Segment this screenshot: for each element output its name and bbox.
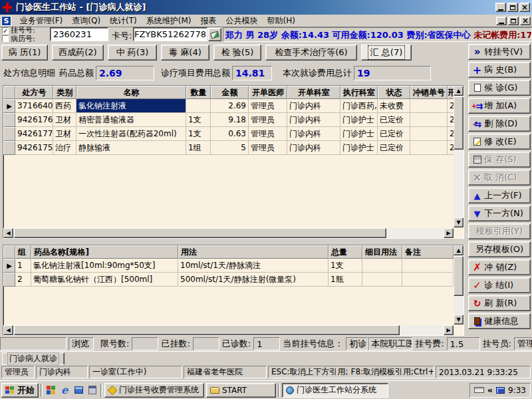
transfer-registration-button[interactable]: »转挂号(V)	[468, 44, 531, 60]
scroll-right-icon[interactable]: ▶	[444, 228, 454, 238]
scroll-left-icon[interactable]: ◀	[3, 325, 13, 335]
tab-lab-test[interactable]: 检 验(5)	[213, 45, 261, 61]
col-status[interactable]: 状态	[378, 86, 410, 99]
status-datetime: 2013.03.21 9:33:25	[436, 366, 531, 378]
recordno-checkbox-row[interactable]: 病历号:	[2, 35, 35, 43]
card-input[interactable]: FZYBK51262778	[133, 27, 207, 41]
table-row[interactable]: 9426175 治疗 静脉输液 1组 5 管理员 门诊内科 门诊护士 已定价 2…	[3, 141, 464, 155]
scrollbar-thumb[interactable]	[454, 256, 464, 296]
col-amount[interactable]: 金额	[211, 86, 249, 99]
restore-button[interactable]	[507, 3, 518, 12]
vertical-scrollbar[interactable]: ▲ ▼	[454, 86, 464, 227]
col-item-usage[interactable]: 细目用法	[362, 245, 402, 259]
start-button[interactable]: 开始	[1, 383, 39, 398]
template-reference-button[interactable]: 模板引用(Y)	[468, 223, 531, 239]
tab-medical-record[interactable]: 病 历(1)	[1, 45, 48, 61]
menu-report[interactable]: 报表	[196, 14, 221, 28]
table-row[interactable]: 9426176 卫材 精密普通输液器 1支 9.18 管理员 门诊内科 门诊护士…	[3, 113, 464, 127]
child-close-button[interactable]: ×	[520, 17, 531, 25]
tab-chinese-medicine[interactable]: 中 药(3)	[108, 45, 157, 61]
col-drug-spec[interactable]: 药品名称[规格]	[31, 245, 178, 259]
table-row[interactable]: 2 葡萄糖氯化钠针（江西）[500ml] 500ml/st/1天/静脉注射(微量…	[3, 273, 464, 287]
vertical-scrollbar[interactable]: ▲ ▼	[454, 245, 464, 325]
network-icon[interactable]	[496, 387, 505, 394]
quicklaunch-window-icon[interactable]	[72, 384, 84, 396]
keyboard-layout-icon[interactable]	[474, 387, 484, 393]
scrollbar-thumb[interactable]	[454, 96, 464, 150]
regno-checkbox-row[interactable]: ✓挂号号:	[2, 26, 35, 35]
finish-visit-button[interactable]: ✓诊 结(I)	[468, 277, 531, 293]
regno-input[interactable]: 2360231	[50, 27, 108, 41]
scroll-down-icon[interactable]: ▼	[454, 217, 464, 227]
col-reversal-no[interactable]: 冲销单号	[410, 86, 448, 99]
col-remark[interactable]: 备注	[402, 245, 454, 259]
delete-button[interactable]: -⇆删 除(D)	[468, 116, 531, 132]
health-info-button[interactable]: 健康信息	[468, 313, 531, 329]
quicklaunch-desktop-icon[interactable]	[45, 384, 57, 396]
task-start-folder[interactable]: START	[206, 383, 276, 398]
col-name[interactable]: 名称	[76, 86, 186, 99]
minimize-button[interactable]	[495, 3, 506, 12]
tab-outpatient-visit[interactable]: 门诊病人就诊	[2, 352, 65, 365]
col-quantity[interactable]: 数量	[186, 86, 211, 99]
table-row[interactable]: ▶ 1 氯化钠注射液[10ml:90mg*50支] 10ml/st/1天/静脉滴…	[3, 259, 464, 273]
tray-clock[interactable]: 9:33	[508, 386, 526, 395]
menu-public-module[interactable]: 公共模块	[221, 14, 263, 28]
refresh-button[interactable]: ↻刷 新(R)	[468, 295, 531, 311]
delete-arrows-icon: -⇆	[471, 119, 483, 129]
task-doctor-workstation[interactable]: 门诊医生工作站分系统	[282, 383, 388, 398]
quicklaunch-ie-icon[interactable]: e	[59, 384, 70, 396]
col-exec-dept[interactable]: 执行科室	[340, 86, 378, 99]
previous-prescription-button[interactable]: ▲上一方(F)	[468, 188, 531, 203]
col-usage[interactable]: 用法	[178, 245, 329, 259]
card-reader-button[interactable]	[208, 28, 221, 41]
scroll-down-icon[interactable]: ▼	[454, 315, 464, 325]
scroll-right-icon[interactable]: ▶	[444, 325, 454, 335]
waiting-list-button[interactable]: 候 诊(G)	[468, 80, 531, 96]
checked-checkbox-icon[interactable]: ✓	[2, 27, 9, 34]
medical-history-button[interactable]: +病 史(B)	[468, 62, 531, 78]
scroll-up-icon[interactable]: ▲	[454, 86, 464, 96]
horizontal-scrollbar[interactable]: ◀ ▶	[3, 325, 454, 335]
col-group[interactable]: 组	[15, 245, 31, 259]
workstation-icon	[286, 386, 294, 394]
scrollbar-thumb[interactable]	[14, 228, 386, 238]
menu-statistics[interactable]: 统计(T)	[105, 14, 142, 28]
tab-narcotics[interactable]: 毒 麻(4)	[161, 45, 209, 61]
visit-total-label: 本次就诊费用总计	[283, 67, 352, 79]
save-button[interactable]: 保 存(S)	[468, 152, 531, 168]
horizontal-scrollbar[interactable]: ◀ ▶	[3, 228, 454, 238]
col-category[interactable]: 类别	[53, 86, 76, 99]
col-total-qty[interactable]: 总量	[329, 245, 362, 259]
next-prescription-button[interactable]: ▼下一方(N)	[468, 205, 531, 221]
col-rx-number[interactable]: 处方号	[15, 86, 53, 99]
scroll-up-icon[interactable]: ▲	[454, 245, 464, 255]
add-button[interactable]: +⇉增 加(A)	[468, 98, 531, 114]
patient-header: ✓挂号号: 病历号: 2360231 卡号: FZYBK51262778 郑力 …	[0, 27, 532, 43]
seen-count-value: 1	[253, 337, 280, 350]
child-minimize-button[interactable]	[496, 17, 507, 25]
scrollbar-thumb[interactable]	[14, 325, 400, 335]
col-doctor[interactable]: 开单医师	[249, 86, 287, 99]
cancel-button[interactable]: ×取 消(C)	[468, 170, 531, 186]
menu-query[interactable]: 查询(Q)	[67, 14, 105, 28]
scroll-left-icon[interactable]: ◀	[3, 228, 13, 238]
table-row[interactable]: 9426177 卫材 一次性注射器(配药器20ml) 1支 0.63 管理员 门…	[3, 127, 464, 141]
usage-table-header: 组 药品名称[规格] 用法 总量 细目用法 备注	[3, 245, 464, 259]
table-row[interactable]: ▶ 3716640 西药 氯化钠注射液 2.69 管理员 门诊内科 门诊西药, …	[3, 99, 464, 113]
tab-western-medicine[interactable]: 西成药(2)	[52, 45, 104, 61]
tab-summary[interactable]: 汇 总(7)	[361, 45, 412, 61]
quicklaunch-calculator-icon[interactable]	[86, 384, 98, 396]
reverse-charge-button[interactable]: ✗冲 销(Z)	[468, 259, 531, 275]
child-restore-button[interactable]	[508, 17, 519, 25]
task-registration-fee-system[interactable]: 门诊挂号收费管理系统	[104, 383, 204, 398]
modify-button[interactable]: 修 改(E)	[468, 134, 531, 150]
menu-help[interactable]: 帮助(H)	[263, 14, 300, 28]
close-button[interactable]: ×	[519, 3, 530, 12]
menu-maintenance[interactable]: 系统维护(M)	[142, 14, 196, 28]
collapse-tray-icon[interactable]: «	[487, 385, 493, 395]
col-order-dept[interactable]: 开单科室	[287, 86, 340, 99]
save-as-template-button[interactable]: 另存模板(O)	[468, 241, 531, 257]
unchecked-checkbox-icon[interactable]	[2, 35, 9, 42]
tab-exam-surgery[interactable]: 检查手术治疗等(6)	[265, 45, 357, 61]
